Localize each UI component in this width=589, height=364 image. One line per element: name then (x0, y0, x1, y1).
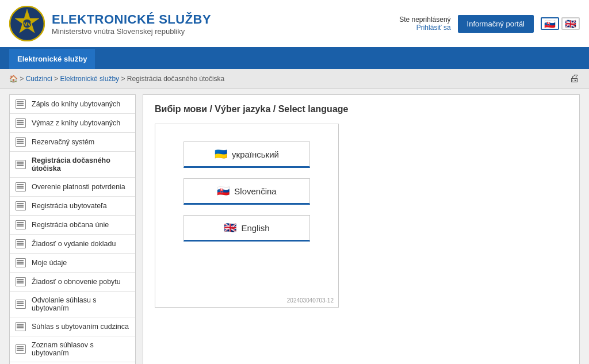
breadcrumb: 🏠 > Cudzinci > Elektronické služby > Reg… (9, 75, 224, 83)
breadcrumb-bar: 🏠 > Cudzinci > Elektronické služby > Reg… (0, 69, 589, 89)
header-right: Ste neprihlásený Prihlásiť sa Informačný… (399, 15, 580, 33)
language-label-2: English (241, 223, 269, 233)
header-title: ELEKTRONICKÉ SLUŽBY Ministerstvo vnútra … (52, 12, 211, 36)
language-button-0[interactable]: 🇺🇦український (183, 141, 310, 168)
sidebar-item-label: Výmaz z knihy ubytovaných (32, 119, 120, 127)
doc-icon (16, 277, 27, 286)
sidebar-item-label: Žiadosť o vydanie dokladu (32, 240, 116, 248)
breadcrumb-elektronicke-sluzby[interactable]: Elektronické služby (60, 75, 119, 83)
doc-icon (16, 220, 27, 229)
doc-icon (16, 322, 27, 331)
doc-icon (16, 160, 27, 169)
site-subtitle: Ministerstvo vnútra Slovenskej republiky (52, 27, 211, 36)
language-label-1: Slovenčina (234, 186, 276, 196)
login-status: Ste neprihlásený Prihlásiť sa (399, 16, 450, 32)
sidebar-item-label: Rezervačný systém (32, 138, 94, 146)
doc-icon (16, 300, 27, 309)
ministry-logo: MV (9, 6, 45, 41)
sidebar-item-label: Registrácia dočasného útočiska (32, 156, 129, 173)
content-area: Вибір мови / Výber jazyka / Select langu… (143, 94, 580, 364)
home-icon[interactable]: 🏠 (9, 75, 18, 83)
flag-gb-button[interactable]: 🇬🇧 (561, 17, 580, 30)
language-label-0: український (232, 150, 279, 159)
info-portal-button[interactable]: Informačný portál (458, 15, 534, 33)
language-button-2[interactable]: 🇬🇧English (183, 215, 310, 242)
doc-icon (16, 182, 27, 191)
sidebar-item-label: Súhlas s ubytovaním cudzinca (32, 323, 129, 331)
language-button-1[interactable]: 🇸🇰Slovenčina (183, 178, 310, 205)
sidebar-item-1[interactable]: Výmaz z knihy ubytovaných (10, 114, 135, 133)
sidebar-item-7[interactable]: Žiadosť o vydanie dokladu (10, 235, 135, 254)
document-id: 202403040703-12 (287, 297, 334, 304)
sidebar-item-0[interactable]: Zápis do knihy ubytovaných (10, 95, 135, 114)
sidebar-item-label: Overenie platnosti potvrdenia (32, 183, 125, 191)
svg-text:MV: MV (23, 21, 31, 27)
sidebar-item-10[interactable]: Odvolanie súhlasu s ubytovaním (10, 292, 135, 317)
sidebar-item-8[interactable]: Moje údaje (10, 254, 135, 273)
print-icon[interactable]: 🖨 (569, 72, 580, 85)
main-layout: Zápis do knihy ubytovanýchVýmaz z knihy … (0, 89, 589, 364)
doc-icon (16, 344, 27, 354)
sidebar-item-4[interactable]: Overenie platnosti potvrdenia (10, 178, 135, 197)
site-title: ELEKTRONICKÉ SLUŽBY (52, 12, 211, 27)
sidebar-item-label: Zápis do knihy ubytovaných (32, 100, 120, 108)
header: MV ELEKTRONICKÉ SLUŽBY Ministerstvo vnút… (0, 0, 589, 49)
language-flag-0: 🇺🇦 (215, 148, 227, 160)
sidebar-item-label: Registrácia ubytovateľa (32, 202, 107, 210)
doc-icon (16, 137, 27, 147)
language-selection-box: 🇺🇦український🇸🇰Slovenčina🇬🇧English 20240… (155, 124, 339, 308)
flag-sk-button[interactable]: 🇸🇰 (541, 17, 559, 30)
doc-icon (16, 258, 27, 267)
breadcrumb-cudzinci[interactable]: Cudzinci (26, 75, 52, 83)
sidebar-item-label: Moje údaje (32, 259, 67, 267)
sidebar-item-label: Registrácia občana únie (32, 221, 109, 229)
sidebar-item-label: Odvolanie súhlasu s ubytovaním (32, 296, 129, 312)
doc-icon (16, 118, 27, 128)
sidebar-item-11[interactable]: Súhlas s ubytovaním cudzinca (10, 317, 135, 336)
sidebar-item-12[interactable]: Zoznam súhlasov s ubytovaním (10, 336, 135, 362)
login-link[interactable]: Prihlásiť sa (399, 24, 450, 32)
sidebar-item-label: Žiadosť o obnovenie pobytu (32, 278, 121, 286)
language-flag-1: 🇸🇰 (217, 185, 230, 197)
doc-icon (16, 201, 27, 210)
page-title: Вибір мови / Výber jazyka / Select langu… (155, 104, 568, 114)
sidebar-item-label: Zoznam súhlasov s ubytovaním (32, 341, 129, 357)
language-flags: 🇸🇰 🇬🇧 (541, 17, 580, 30)
sidebar-item-5[interactable]: Registrácia ubytovateľa (10, 197, 135, 216)
header-left: MV ELEKTRONICKÉ SLUŽBY Ministerstvo vnút… (9, 6, 211, 41)
breadcrumb-current: Registrácia dočasného útočiska (127, 75, 224, 83)
sidebar: Zápis do knihy ubytovanýchVýmaz z knihy … (9, 94, 136, 364)
navbar: Elektronické služby (0, 49, 589, 69)
sidebar-item-2[interactable]: Rezervačný systém (10, 133, 135, 152)
doc-icon (16, 239, 27, 248)
language-flag-2: 🇬🇧 (224, 221, 236, 234)
doc-icon (16, 99, 27, 109)
sidebar-item-3[interactable]: Registrácia dočasného útočiska (10, 152, 135, 178)
sidebar-item-6[interactable]: Registrácia občana únie (10, 216, 135, 235)
sidebar-item-9[interactable]: Žiadosť o obnovenie pobytu (10, 273, 135, 292)
navbar-item-elektronicke-sluzby[interactable]: Elektronické služby (9, 49, 95, 69)
